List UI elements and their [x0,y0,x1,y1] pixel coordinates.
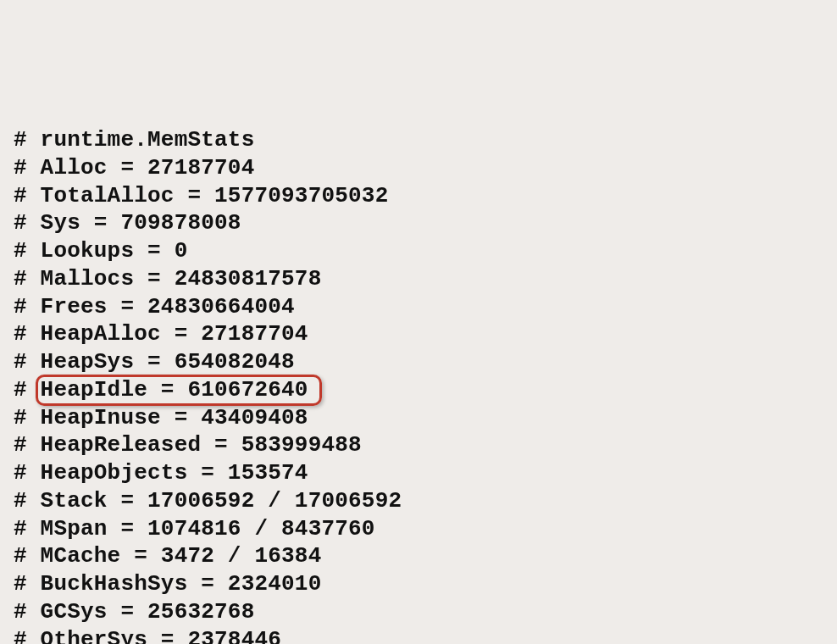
hash-prefix: # [14,627,41,645]
hash-prefix: # [14,377,41,402]
memstats-value: HeapAlloc = 27187704 [41,321,308,347]
hash-prefix: # [14,155,41,180]
memstats-value: Frees = 24830664004 [41,294,295,319]
memstats-value: HeapObjects = 153574 [41,460,308,486]
memstats-value: OtherSys = 2378446 [41,627,281,645]
hash-prefix: # [14,266,41,291]
hash-prefix: # [14,432,41,458]
hash-prefix: # [14,460,41,486]
memstats-value: Stack = 17006592 / 17006592 [41,488,402,514]
hash-prefix: # [14,543,41,569]
hash-prefix: # [14,238,41,264]
memstats-line-gcsys: # GCSys = 25632768 [14,598,837,626]
memstats-line-othersys: # OtherSys = 2378446 [14,626,837,645]
hash-prefix: # [14,183,41,208]
memstats-line-sys: # Sys = 709878008 [14,209,837,237]
memstats-line-totalalloc: # TotalAlloc = 1577093705032 [14,182,837,210]
memstats-value: Sys = 709878008 [41,210,241,236]
hash-prefix: # [14,294,41,319]
hash-prefix: # [14,349,41,375]
memstats-value: GCSys = 25632768 [41,599,255,625]
hash-prefix: # [14,488,41,514]
memstats-value: MCache = 3472 / 16384 [41,543,322,569]
memstats-line-heapreleased: # HeapReleased = 583999488 [14,431,837,459]
memstats-line-alloc: # Alloc = 27187704 [14,154,837,182]
memstats-value: Lookups = 0 [41,238,188,264]
memstats-value: MSpan = 1074816 / 8437760 [41,516,375,541]
memstats-line-heapidle: # HeapIdle = 610672640 [14,376,837,404]
memstats-value: TotalAlloc = 1577093705032 [41,183,389,208]
memstats-line-heapsys: # HeapSys = 654082048 [14,348,837,376]
memstats-line-heapinuse: # HeapInuse = 43409408 [14,404,837,432]
memstats-value: BuckHashSys = 2324010 [41,571,322,597]
memstats-value: Mallocs = 24830817578 [41,266,322,291]
memstats-value: Alloc = 27187704 [41,155,255,180]
memstats-line-heapobjects: # HeapObjects = 153574 [14,459,837,487]
hash-prefix: # [14,599,41,625]
hash-prefix: # [14,571,41,597]
highlighted-line: HeapIdle = 610672640 [41,376,308,404]
memstats-listing: # runtime.MemStats# Alloc = 27187704# To… [14,126,837,644]
memstats-line-mallocs: # Mallocs = 24830817578 [14,265,837,293]
memstats-line-stack: # Stack = 17006592 / 17006592 [14,487,837,515]
memstats-line-buckhashsys: # BuckHashSys = 2324010 [14,570,837,598]
memstats-line-mspan: # MSpan = 1074816 / 8437760 [14,515,837,543]
hash-prefix: # [14,516,41,541]
memstats-value: HeapIdle = 610672640 [41,377,308,402]
memstats-line-mcache: # MCache = 3472 / 16384 [14,542,837,570]
memstats-line-lookups: # Lookups = 0 [14,237,837,265]
hash-prefix: # [14,127,41,153]
memstats-value: HeapReleased = 583999488 [41,432,362,458]
header-text: runtime.MemStats [41,127,255,153]
memstats-header: # runtime.MemStats [14,126,837,154]
memstats-value: HeapInuse = 43409408 [41,405,308,430]
memstats-line-heapalloc: # HeapAlloc = 27187704 [14,320,837,348]
memstats-value: HeapSys = 654082048 [41,349,295,375]
hash-prefix: # [14,321,41,347]
memstats-line-frees: # Frees = 24830664004 [14,293,837,321]
hash-prefix: # [14,210,41,236]
hash-prefix: # [14,405,41,430]
